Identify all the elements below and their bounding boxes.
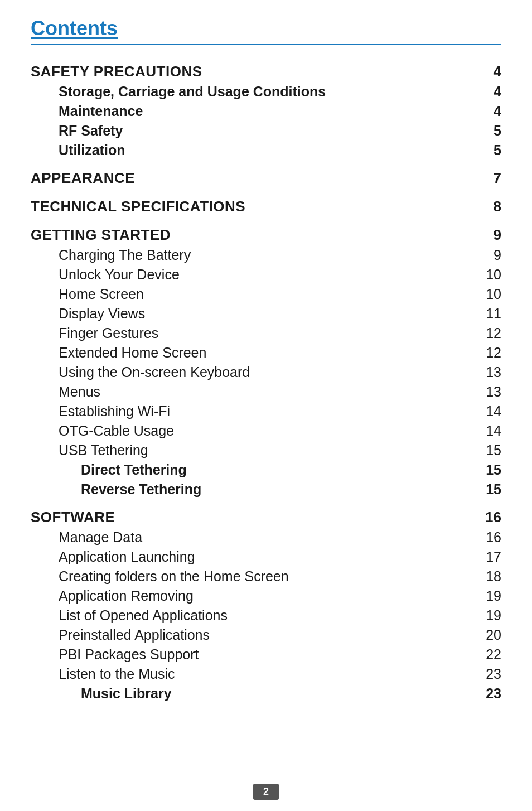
page-container: Contents SAFETY PRECAUTIONS4Storage, Car… xyxy=(0,0,532,811)
toc-label: Maintenance xyxy=(31,103,143,119)
toc-row: Music Library23 xyxy=(31,684,501,703)
toc-row: APPEARANCE7 xyxy=(31,168,501,189)
toc-page: 9 xyxy=(485,247,501,263)
toc-content: SAFETY PRECAUTIONS4Storage, Carriage and… xyxy=(31,61,501,703)
toc-page: 4 xyxy=(485,103,501,119)
toc-gap-6 xyxy=(31,189,501,196)
toc-row: Listen to the Music23 xyxy=(31,664,501,684)
toc-page: 19 xyxy=(485,588,501,604)
toc-label: SOFTWARE xyxy=(31,509,115,526)
toc-page: 14 xyxy=(485,423,501,439)
toc-row: Extended Home Screen12 xyxy=(31,343,501,363)
toc-row: Creating folders on the Home Screen18 xyxy=(31,567,501,586)
toc-page: 4 xyxy=(485,84,501,100)
toc-page: 12 xyxy=(485,345,501,361)
toc-row: Preinstalled Applications20 xyxy=(31,625,501,645)
toc-page: 19 xyxy=(485,607,501,624)
toc-label: Extended Home Screen xyxy=(31,345,206,361)
toc-page: 4 xyxy=(485,63,501,80)
toc-row: Storage, Carriage and Usage Conditions4 xyxy=(31,82,501,102)
header-divider xyxy=(31,44,501,45)
toc-gap-5 xyxy=(31,160,501,168)
toc-label: Application Launching xyxy=(31,549,195,565)
toc-label: Application Removing xyxy=(31,588,194,604)
toc-label: Reverse Tethering xyxy=(31,481,201,498)
toc-label: RF Safety xyxy=(31,123,123,139)
toc-row: Display Views11 xyxy=(31,304,501,324)
toc-label: APPEARANCE xyxy=(31,170,135,187)
toc-page: 12 xyxy=(485,325,501,341)
toc-page: 14 xyxy=(485,403,501,419)
toc-page: 22 xyxy=(485,646,501,663)
toc-row: Home Screen10 xyxy=(31,284,501,304)
page-footer: 2 xyxy=(0,784,532,800)
toc-label: Unlock Your Device xyxy=(31,267,180,283)
toc-row: SAFETY PRECAUTIONS4 xyxy=(31,61,501,82)
toc-row: Unlock Your Device10 xyxy=(31,265,501,284)
toc-row: Utilization5 xyxy=(31,141,501,160)
toc-label: Direct Tethering xyxy=(31,462,187,478)
toc-row: Application Removing19 xyxy=(31,586,501,606)
toc-row: SOFTWARE16 xyxy=(31,507,501,528)
toc-page: 13 xyxy=(485,364,501,380)
toc-page: 5 xyxy=(485,142,501,158)
toc-page: 23 xyxy=(485,666,501,682)
toc-row: USB Tethering15 xyxy=(31,441,501,460)
page-number-badge: 2 xyxy=(253,784,279,800)
toc-page: 10 xyxy=(485,267,501,283)
toc-row: Finger Gestures12 xyxy=(31,324,501,343)
toc-row: Maintenance4 xyxy=(31,102,501,121)
toc-page: 9 xyxy=(485,226,501,244)
toc-page: 11 xyxy=(485,306,501,322)
toc-label: Home Screen xyxy=(31,286,144,302)
toc-label: Manage Data xyxy=(31,529,142,546)
toc-page: 8 xyxy=(485,198,501,215)
toc-row: List of Opened Applications19 xyxy=(31,606,501,625)
toc-row: PBI Packages Support22 xyxy=(31,645,501,664)
toc-row: Reverse Tethering15 xyxy=(31,480,501,499)
toc-row: Menus13 xyxy=(31,382,501,402)
toc-row: Direct Tethering15 xyxy=(31,460,501,480)
toc-page: 15 xyxy=(485,462,501,478)
toc-page: 5 xyxy=(485,123,501,139)
toc-page: 18 xyxy=(485,568,501,585)
toc-row: Charging The Battery9 xyxy=(31,245,501,265)
toc-row: TECHNICAL SPECIFICATIONS8 xyxy=(31,196,501,217)
toc-label: Utilization xyxy=(31,142,125,158)
toc-label: Listen to the Music xyxy=(31,666,175,682)
toc-label: SAFETY PRECAUTIONS xyxy=(31,63,202,80)
toc-label: Menus xyxy=(31,384,100,400)
toc-label: USB Tethering xyxy=(31,442,148,458)
toc-label: Charging The Battery xyxy=(31,247,191,263)
toc-row: Establishing Wi-Fi14 xyxy=(31,402,501,421)
toc-page: 7 xyxy=(485,170,501,187)
toc-label: TECHNICAL SPECIFICATIONS xyxy=(31,198,245,215)
toc-page: 17 xyxy=(485,549,501,565)
header-title: Contents xyxy=(31,17,501,40)
toc-page: 23 xyxy=(485,686,501,702)
toc-page: 15 xyxy=(485,481,501,498)
toc-label: List of Opened Applications xyxy=(31,607,228,624)
toc-page: 20 xyxy=(485,627,501,643)
toc-row: OTG-Cable Usage14 xyxy=(31,421,501,441)
toc-label: Music Library xyxy=(31,686,172,702)
toc-label: Display Views xyxy=(31,306,145,322)
toc-gap-21 xyxy=(31,499,501,507)
toc-row: Using the On-screen Keyboard13 xyxy=(31,363,501,382)
toc-page: 13 xyxy=(485,384,501,400)
toc-page: 16 xyxy=(485,509,501,526)
toc-row: Manage Data16 xyxy=(31,528,501,547)
toc-page: 16 xyxy=(485,529,501,546)
toc-label: Using the On-screen Keyboard xyxy=(31,364,250,380)
toc-page: 15 xyxy=(485,442,501,458)
toc-label: Storage, Carriage and Usage Conditions xyxy=(31,84,326,100)
toc-page: 10 xyxy=(485,286,501,302)
toc-row: RF Safety5 xyxy=(31,121,501,141)
toc-row: Application Launching17 xyxy=(31,547,501,567)
toc-label: GETTING STARTED xyxy=(31,226,171,244)
toc-label: Preinstalled Applications xyxy=(31,627,210,643)
toc-row: GETTING STARTED9 xyxy=(31,225,501,245)
toc-label: Establishing Wi-Fi xyxy=(31,403,170,419)
toc-label: Finger Gestures xyxy=(31,325,158,341)
toc-gap-7 xyxy=(31,217,501,225)
